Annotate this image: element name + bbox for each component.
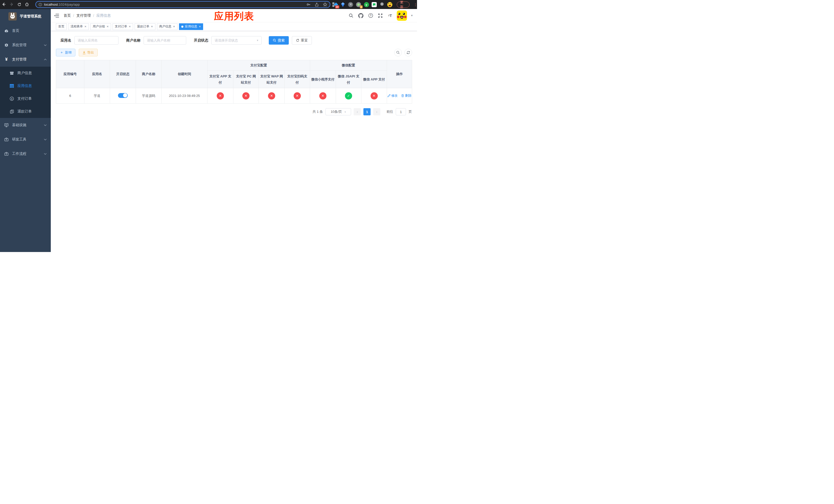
status-toggle[interactable]: [118, 93, 128, 98]
search-button[interactable]: 搜索: [269, 36, 289, 45]
chevron-down-icon: [44, 139, 47, 140]
chevron-down-icon: [44, 44, 47, 46]
bookmark-star-icon[interactable]: [323, 2, 327, 7]
sidebar-item-label: 系统管理: [12, 43, 26, 47]
page-size-select[interactable]: 10条/页 ▾: [326, 108, 351, 115]
download-icon: [83, 51, 86, 54]
extension-recorder-icon[interactable]: 1: [356, 2, 361, 7]
delete-button[interactable]: 删除: [401, 94, 411, 98]
sidebar-item-label: 商户信息: [18, 71, 32, 75]
share-icon[interactable]: [315, 3, 319, 7]
sidebar-item-merchant-info[interactable]: 商户信息: [0, 67, 51, 79]
font-size-icon[interactable]: тT: [387, 13, 393, 19]
tab-pay-orders[interactable]: 支付订单✕: [113, 23, 133, 30]
tab-merchant-info[interactable]: 商户信息✕: [157, 23, 177, 30]
sidebar: 芋道管理系统 首页 系统管理 ¥ 支付管理: [0, 9, 51, 252]
reset-button[interactable]: 重置: [292, 36, 312, 45]
sidebar-item-label: 应用信息: [18, 84, 32, 88]
github-icon[interactable]: [358, 13, 364, 19]
storefront-icon: [10, 71, 14, 75]
channel-status-icon: [319, 92, 327, 99]
avatar-dropdown-caret-icon[interactable]: ▼: [411, 14, 413, 17]
channel-status-icon: [294, 92, 301, 99]
col-alipay-app: 支付宝 APP 支付: [207, 71, 233, 88]
close-icon[interactable]: ✕: [106, 25, 109, 28]
extension-emoji-icon[interactable]: [387, 2, 393, 7]
sidebar-item-payment[interactable]: ¥ 支付管理: [0, 52, 51, 67]
site-info-icon[interactable]: [39, 3, 42, 6]
app-logo-row[interactable]: 芋道管理系统: [0, 9, 51, 24]
edit-button[interactable]: 修改: [388, 94, 398, 98]
chevron-down-icon: [44, 153, 47, 155]
chrome-update-button[interactable]: 更新: [397, 2, 410, 8]
sidebar-item-system[interactable]: 系统管理: [0, 38, 51, 52]
page-unit-label: 页: [409, 110, 412, 114]
sidebar-item-app-info[interactable]: 应用信息: [0, 79, 51, 92]
app-title: 芋道管理系统: [20, 14, 41, 19]
extension-puzzle-icon[interactable]: [379, 2, 385, 7]
extensions-strip: 10 ⌘ 1 y 更新 ⋮: [332, 0, 417, 9]
merchant-name-label: 商户名称: [126, 38, 140, 43]
help-icon[interactable]: ?: [368, 13, 374, 19]
col-status: 开启状态: [110, 60, 136, 88]
app-name-input[interactable]: [74, 36, 118, 45]
cell-status: [110, 88, 136, 104]
sidebar-item-pay-orders[interactable]: ¥ 支付订单: [0, 92, 51, 105]
app-name-label: 应用名: [61, 38, 71, 43]
extension-gem-icon[interactable]: [340, 2, 346, 7]
add-button[interactable]: ＋ 新增: [56, 49, 75, 56]
password-key-icon[interactable]: [306, 2, 311, 7]
extension-command-icon[interactable]: ⌘: [348, 2, 353, 7]
tab-process-form[interactable]: 流程表单✕: [68, 23, 89, 30]
tab-user-group[interactable]: 用户分组✕: [90, 23, 111, 30]
close-icon[interactable]: ✕: [173, 25, 175, 28]
col-alipay-wap: 支付宝 WAP 网站支付: [259, 71, 285, 88]
close-icon[interactable]: ✕: [84, 25, 86, 28]
next-page-button[interactable]: ›: [373, 108, 380, 115]
extension-y-icon[interactable]: y: [364, 2, 369, 7]
prev-page-button[interactable]: ‹: [354, 108, 361, 115]
sidebar-collapse-icon[interactable]: [54, 13, 60, 19]
documents-icon: [10, 110, 14, 114]
sidebar-item-refund-orders[interactable]: 退款订单: [0, 105, 51, 118]
close-icon[interactable]: ✕: [129, 25, 131, 28]
col-app-name: 应用名: [84, 60, 110, 88]
page-1-button[interactable]: 1: [364, 108, 371, 115]
reload-icon[interactable]: [15, 1, 23, 8]
refresh-icon[interactable]: [404, 49, 412, 56]
sidebar-item-home[interactable]: 首页: [0, 24, 51, 38]
breadcrumb-home[interactable]: 首页: [64, 13, 71, 18]
sidebar-item-label: 支付订单: [18, 96, 32, 101]
export-button[interactable]: 导出: [79, 49, 98, 56]
total-count: 共 1 条: [313, 110, 323, 114]
fullscreen-icon[interactable]: [377, 13, 383, 19]
close-icon[interactable]: ✕: [151, 25, 153, 28]
svg-text:?: ?: [370, 14, 371, 17]
sidebar-item-infrastructure[interactable]: 基础设施: [0, 118, 51, 132]
address-bar[interactable]: localhost:1024/pay/app: [36, 1, 330, 8]
yen-circle-icon: ¥: [10, 97, 14, 101]
plus-icon: ＋: [60, 50, 63, 55]
status-select[interactable]: 请选择开启状态 ▾: [211, 36, 262, 45]
tags-view-bar: 首页 流程表单✕ 用户分组✕ 支付订单✕ 退款订单✕ 商户信息✕ 应用信息✕: [51, 22, 417, 31]
tab-home[interactable]: 首页: [56, 23, 67, 30]
breadcrumb-payment[interactable]: 支付管理: [76, 13, 91, 18]
tab-refund-orders[interactable]: 退款订单✕: [135, 23, 155, 30]
sidebar-item-workflow[interactable]: 工作流程: [0, 147, 51, 161]
close-icon[interactable]: ✕: [199, 25, 201, 28]
channel-status-icon: [268, 92, 275, 99]
extension-chat-icon[interactable]: [372, 2, 377, 7]
home-icon[interactable]: [23, 1, 31, 8]
header-search-icon[interactable]: [348, 13, 354, 19]
tab-app-info[interactable]: 应用信息✕: [179, 23, 203, 30]
sidebar-item-dev-tools[interactable]: 研发工具: [0, 132, 51, 147]
toggle-search-icon[interactable]: [394, 49, 402, 56]
user-avatar[interactable]: [397, 10, 407, 21]
forward-icon[interactable]: [8, 1, 15, 8]
merchant-name-input[interactable]: [144, 36, 186, 45]
back-icon[interactable]: [0, 1, 8, 8]
goto-page-input[interactable]: [396, 108, 406, 115]
extension-blocker-icon[interactable]: 10: [332, 2, 338, 7]
sidebar-item-label: 基础设施: [12, 123, 26, 128]
browser-menu-icon[interactable]: ⋮: [414, 3, 417, 7]
